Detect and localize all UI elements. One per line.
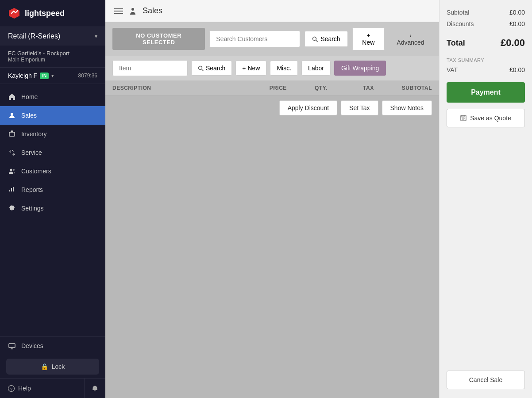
col-tax: TAX xyxy=(328,85,374,91)
search-icon xyxy=(312,36,318,42)
set-tax-button[interactable]: Set Tax xyxy=(341,100,378,115)
cancel-sale-button[interactable]: Cancel Sale xyxy=(447,371,525,389)
sidebar-item-sales[interactable]: Sales xyxy=(0,106,105,125)
sidebar-item-inventory[interactable]: Inventory xyxy=(0,125,105,143)
svg-text:?: ? xyxy=(10,387,12,391)
discounts-value: £0.00 xyxy=(509,20,525,27)
svg-point-12 xyxy=(313,37,316,40)
save-quote-icon xyxy=(460,115,466,121)
table-header: DESCRIPTION PRICE QTY. TAX SUBTOTAL xyxy=(105,80,439,96)
misc-button[interactable]: Misc. xyxy=(270,61,298,76)
svg-rect-8 xyxy=(114,8,123,9)
subtotal-row: Subtotal £0.00 xyxy=(447,9,525,16)
sidebar-item-customers[interactable]: Customers xyxy=(0,162,105,180)
app-logo-text: lightspeed xyxy=(25,9,65,18)
vat-row: VAT £0.00 xyxy=(447,66,525,73)
gift-wrapping-button[interactable]: Gift Wrapping xyxy=(334,61,386,76)
customers-icon xyxy=(8,167,16,175)
customer-bar: NO CUSTOMER SELECTED Search + New › Adva… xyxy=(105,22,439,56)
svg-rect-5 xyxy=(9,344,15,348)
no-customer-button[interactable]: NO CUSTOMER SELECTED xyxy=(112,28,205,50)
total-value: £0.00 xyxy=(501,37,525,49)
total-label: Total xyxy=(447,38,465,48)
col-description: DESCRIPTION xyxy=(112,85,229,91)
sidebar-bottom: Devices 🔒 Lock ? Help xyxy=(0,336,105,398)
devices-icon xyxy=(8,342,16,350)
lock-icon: 🔒 xyxy=(41,363,48,370)
home-icon xyxy=(8,93,16,101)
help-label: Help xyxy=(18,385,31,392)
vat-label: VAT xyxy=(447,66,458,73)
user-time: 8079:36 xyxy=(78,73,97,79)
subtotal-value: £0.00 xyxy=(509,9,525,16)
save-quote-button[interactable]: Save as Quote xyxy=(447,109,525,127)
table-body: Apply Discount Set Tax Show Notes xyxy=(105,96,439,398)
sidebar-item-settings[interactable]: Settings xyxy=(0,199,105,218)
total-row: Total £0.00 xyxy=(447,37,525,49)
payment-button[interactable]: Payment xyxy=(447,82,525,103)
items-bar: Search + New Misc. Labor Gift Wrapping xyxy=(105,56,439,80)
sidebar-customers-label: Customers xyxy=(21,168,51,175)
item-search-button[interactable]: Search xyxy=(191,61,232,76)
sales-icon xyxy=(8,111,16,119)
store-chevron-icon: ▾ xyxy=(95,33,97,39)
location-info: FC Garfield's - Rockport Main Emporium xyxy=(0,46,105,68)
store-selector[interactable]: Retail (R-Series) ▾ xyxy=(0,27,105,46)
sidebar-logo: lightspeed xyxy=(0,0,105,27)
sidebar-item-home[interactable]: Home xyxy=(0,88,105,106)
sidebar-inventory-label: Inventory xyxy=(21,130,47,138)
user-status-badge: IN xyxy=(40,73,49,79)
sidebar-sales-label: Sales xyxy=(21,112,37,119)
sidebar-reports-label: Reports xyxy=(21,186,43,193)
svg-rect-2 xyxy=(9,132,15,136)
svg-rect-19 xyxy=(462,119,464,120)
col-qty: QTY. xyxy=(287,85,328,91)
page-title: Sales xyxy=(129,6,162,15)
svg-rect-18 xyxy=(462,118,465,119)
new-item-button[interactable]: + New xyxy=(235,61,266,76)
lightspeed-logo-icon xyxy=(8,7,20,19)
discounts-row: Discounts £0.00 xyxy=(447,20,525,27)
user-name: Kayleigh F xyxy=(8,72,37,79)
bell-icon xyxy=(92,385,98,392)
sidebar-item-reports[interactable]: Reports xyxy=(0,180,105,199)
devices-label: Devices xyxy=(21,342,43,349)
svg-rect-17 xyxy=(462,115,464,117)
sidebar-item-devices[interactable]: Devices xyxy=(0,337,105,355)
discounts-label: Discounts xyxy=(447,20,474,27)
menu-icon[interactable] xyxy=(114,7,123,15)
sidebar-home-label: Home xyxy=(21,93,38,100)
new-customer-button[interactable]: + New xyxy=(352,27,385,50)
topbar: Sales xyxy=(105,0,439,22)
vat-value: £0.00 xyxy=(509,66,525,73)
svg-line-13 xyxy=(316,40,318,42)
svg-point-11 xyxy=(131,8,134,11)
item-search-icon xyxy=(198,65,204,71)
service-icon xyxy=(8,149,16,157)
settings-icon xyxy=(8,204,16,212)
sidebar-service-label: Service xyxy=(21,149,42,156)
main-content: Sales NO CUSTOMER SELECTED Search + New … xyxy=(105,0,439,398)
sales-page-icon xyxy=(129,7,138,15)
svg-marker-0 xyxy=(9,8,19,19)
user-name-container: Kayleigh F IN ▾ xyxy=(8,72,54,79)
customer-search-button[interactable]: Search xyxy=(305,31,347,47)
sidebar-item-service[interactable]: Service xyxy=(0,143,105,162)
notification-button[interactable] xyxy=(84,379,105,398)
lock-button[interactable]: 🔒 Lock xyxy=(6,359,99,375)
sidebar: lightspeed Retail (R-Series) ▾ FC Garfie… xyxy=(0,0,105,398)
customer-search-input[interactable] xyxy=(209,31,300,47)
apply-discount-button[interactable]: Apply Discount xyxy=(279,100,337,115)
help-notif-bar: ? Help xyxy=(0,378,105,398)
svg-rect-9 xyxy=(114,11,123,11)
labor-button[interactable]: Labor xyxy=(301,61,331,76)
svg-point-4 xyxy=(13,169,15,171)
advanced-button[interactable]: › Advanced xyxy=(389,28,432,50)
action-row: Apply Discount Set Tax Show Notes xyxy=(105,96,439,120)
svg-point-3 xyxy=(10,169,12,171)
svg-point-14 xyxy=(199,66,202,69)
item-search-input[interactable] xyxy=(112,60,188,76)
help-button[interactable]: ? Help xyxy=(0,379,84,398)
svg-point-1 xyxy=(11,113,13,115)
show-notes-button[interactable]: Show Notes xyxy=(382,100,432,115)
